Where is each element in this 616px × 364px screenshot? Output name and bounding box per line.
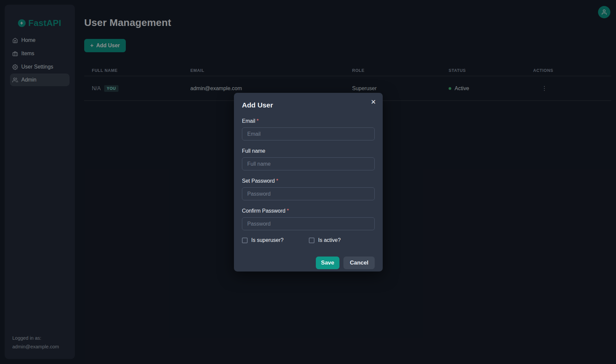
checkbox-icon bbox=[242, 238, 248, 243]
required-asterisk: * bbox=[287, 208, 289, 214]
is-superuser-checkbox[interactable]: Is superuser? bbox=[242, 237, 309, 243]
is-superuser-label: Is superuser? bbox=[251, 237, 284, 243]
required-asterisk: * bbox=[257, 118, 259, 124]
modal-checkboxes: Is superuser? Is active? bbox=[242, 237, 375, 243]
email-label: Email* bbox=[242, 118, 375, 124]
modal-title: Add User bbox=[242, 101, 375, 109]
required-asterisk: * bbox=[276, 178, 278, 184]
set-password-field[interactable] bbox=[242, 187, 375, 200]
is-active-label: Is active? bbox=[318, 237, 341, 243]
app-root: FastAPI Home Items User Settings bbox=[0, 0, 616, 364]
confirm-password-field[interactable] bbox=[242, 217, 375, 230]
is-active-checkbox[interactable]: Is active? bbox=[309, 237, 341, 243]
set-password-label: Set Password* bbox=[242, 178, 375, 184]
email-field[interactable] bbox=[242, 127, 375, 140]
checkbox-icon bbox=[309, 238, 314, 243]
save-button[interactable]: Save bbox=[316, 257, 340, 269]
add-user-modal: Add User ✕ Email* Full name Set Password… bbox=[234, 93, 383, 272]
full-name-label: Full name bbox=[242, 148, 375, 154]
close-icon[interactable]: ✕ bbox=[369, 97, 377, 106]
modal-actions: Save Cancel bbox=[242, 257, 375, 269]
confirm-password-label: Confirm Password* bbox=[242, 208, 375, 214]
cancel-button[interactable]: Cancel bbox=[343, 257, 375, 269]
full-name-field[interactable] bbox=[242, 157, 375, 170]
